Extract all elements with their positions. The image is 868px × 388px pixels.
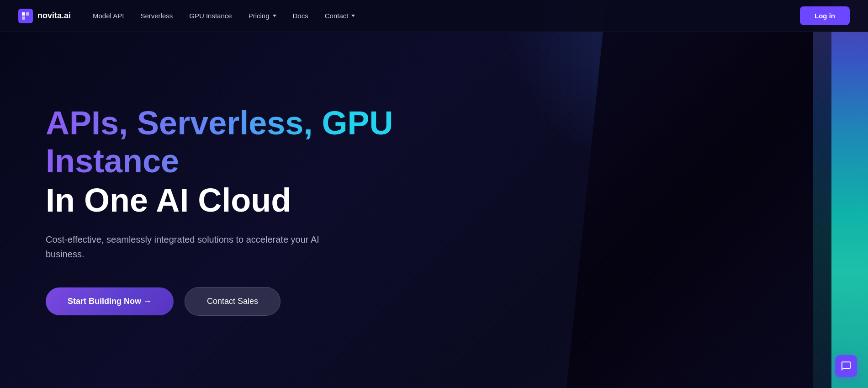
pricing-chevron-icon <box>273 15 276 17</box>
navbar-left: novita.ai Model API Serverless GPU Insta… <box>18 9 355 23</box>
nav-link-gpu-instance[interactable]: GPU Instance <box>189 12 232 20</box>
hero-section: APIs, Serverless, GPU Instance In One AI… <box>0 0 868 388</box>
chat-button[interactable] <box>835 355 857 377</box>
dark-panel <box>566 0 831 388</box>
login-button[interactable]: Log in <box>800 6 850 25</box>
chat-icon <box>841 361 852 372</box>
svg-rect-0 <box>22 12 25 16</box>
nav-item-pricing[interactable]: Pricing <box>249 12 276 20</box>
glow-bar <box>831 0 868 388</box>
nav-item-gpu-instance[interactable]: GPU Instance <box>189 12 232 20</box>
nav-link-contact[interactable]: Contact <box>325 12 355 20</box>
svg-rect-2 <box>22 16 25 20</box>
svg-rect-1 <box>26 12 29 16</box>
nav-item-docs[interactable]: Docs <box>293 12 308 20</box>
logo[interactable]: novita.ai <box>18 9 71 23</box>
contact-sales-button[interactable]: Contact Sales <box>185 287 281 316</box>
nav-link-pricing[interactable]: Pricing <box>249 12 276 20</box>
hero-title-line1: APIs, Serverless, GPU Instance <box>46 104 411 180</box>
nav-item-contact[interactable]: Contact <box>325 12 355 20</box>
nav-links: Model API Serverless GPU Instance Pricin… <box>93 12 355 20</box>
nav-link-model-api[interactable]: Model API <box>93 12 124 20</box>
hero-title-line2: In One AI Cloud <box>46 181 411 219</box>
start-building-button[interactable]: Start Building Now → <box>46 287 174 315</box>
hero-content: APIs, Serverless, GPU Instance In One AI… <box>0 72 411 316</box>
hero-subtitle: Cost-effective, seamlessly integrated so… <box>46 232 356 261</box>
logo-text: novita.ai <box>37 11 71 21</box>
hero-buttons: Start Building Now → Contact Sales <box>46 287 411 316</box>
nav-link-docs[interactable]: Docs <box>293 12 308 20</box>
navbar: novita.ai Model API Serverless GPU Insta… <box>0 0 868 32</box>
nav-item-model-api[interactable]: Model API <box>93 12 124 20</box>
nav-item-serverless[interactable]: Serverless <box>140 12 173 20</box>
glow-bar-inner <box>813 0 831 388</box>
nav-link-serverless[interactable]: Serverless <box>140 12 173 20</box>
contact-chevron-icon <box>351 15 355 17</box>
logo-icon <box>18 9 33 23</box>
